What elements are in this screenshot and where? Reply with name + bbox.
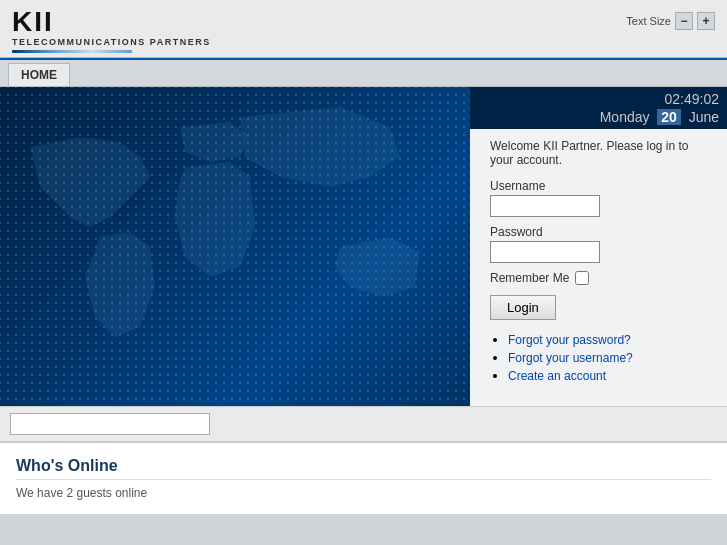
- create-account-link[interactable]: Create an account: [508, 369, 606, 383]
- search-bar-area: [0, 406, 727, 442]
- logo-kii: KII: [12, 8, 211, 36]
- username-label: Username: [490, 179, 707, 193]
- username-group: Username: [490, 179, 707, 217]
- forgot-username-item: Forgot your username?: [508, 350, 707, 365]
- whos-online-message: We have 2 guests online: [16, 486, 711, 500]
- header: KII TELECOMMUNICATIONS PARTNERS Text Siz…: [0, 0, 727, 58]
- whos-online-title: Who's Online: [16, 457, 711, 480]
- username-input[interactable]: [490, 195, 600, 217]
- welcome-message: Welcome KII Partner. Please log in to yo…: [490, 139, 707, 167]
- time-display: 02:49:02: [478, 91, 719, 107]
- page-wrapper: KII TELECOMMUNICATIONS PARTNERS Text Siz…: [0, 0, 727, 514]
- day-name: Monday: [600, 109, 650, 125]
- password-input[interactable]: [490, 241, 600, 263]
- text-size-area: Text Size − +: [626, 12, 715, 30]
- remember-me-checkbox[interactable]: [575, 271, 589, 285]
- nav-tab-home[interactable]: HOME: [8, 63, 70, 86]
- links-list: Forgot your password? Forgot your userna…: [490, 332, 707, 383]
- map-side: [0, 87, 470, 406]
- datetime-bar: 02:49:02 Monday 20 June: [470, 87, 727, 129]
- search-input[interactable]: [10, 413, 210, 435]
- forgot-password-link[interactable]: Forgot your password?: [508, 333, 631, 347]
- password-group: Password: [490, 225, 707, 263]
- whos-online-section: Who's Online We have 2 guests online: [0, 442, 727, 514]
- remember-me-row: Remember Me: [490, 271, 707, 285]
- world-map-svg: [0, 87, 470, 377]
- nav-bar: HOME: [0, 58, 727, 87]
- main-content: 02:49:02 Monday 20 June Welcome KII Part…: [0, 87, 727, 406]
- forgot-password-item: Forgot your password?: [508, 332, 707, 347]
- create-account-item: Create an account: [508, 368, 707, 383]
- date-display: Monday 20 June: [478, 109, 719, 125]
- day-number: 20: [657, 109, 681, 125]
- login-button[interactable]: Login: [490, 295, 556, 320]
- text-size-increase-button[interactable]: +: [697, 12, 715, 30]
- logo-area: KII TELECOMMUNICATIONS PARTNERS: [12, 8, 211, 53]
- month-name: June: [689, 109, 719, 125]
- logo-tagline: TELECOMMUNICATIONS PARTNERS: [12, 37, 211, 47]
- password-label: Password: [490, 225, 707, 239]
- forgot-username-link[interactable]: Forgot your username?: [508, 351, 633, 365]
- login-panel: 02:49:02 Monday 20 June Welcome KII Part…: [470, 87, 727, 406]
- logo-underline: [12, 50, 132, 53]
- text-size-label: Text Size: [626, 15, 671, 27]
- remember-me-label: Remember Me: [490, 271, 569, 285]
- text-size-decrease-button[interactable]: −: [675, 12, 693, 30]
